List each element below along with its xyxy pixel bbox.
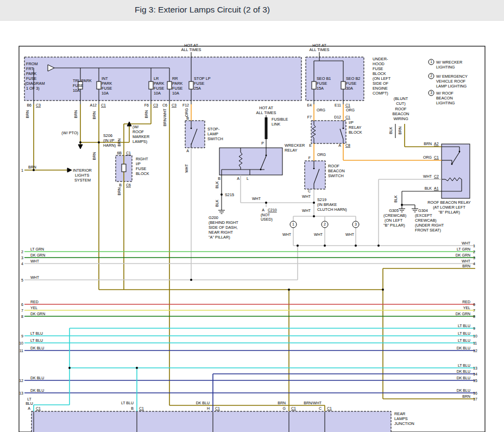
diagram-label: FUSE [172,86,183,91]
underhood-fuse-block-label: UNDER- [373,57,388,61]
diagram-label: SWITCH [328,173,344,178]
diagram-label: 4 [473,262,475,266]
junction-dot [382,289,384,291]
diagram-label: BLK [215,181,219,189]
stop-lamp-switch-label: STOP- [207,127,220,132]
diagram-label: C1 [139,406,144,410]
diagram-label: MARKER [133,134,149,139]
contact-dot [343,128,344,129]
junction-dot [297,245,299,247]
diagram-label: BRN [26,110,29,118]
diagram-label: 30A [346,86,353,91]
diagram-label: C1 [327,406,332,410]
fuse-symbol [167,82,172,89]
diagram-label: ORG [317,108,325,112]
rear-lamps-junction-box [32,411,391,432]
diagram-label: I/P [136,161,141,166]
diagram-label: DK BLU [457,346,470,350]
diagram-label: LINK [272,122,280,127]
w-pto-label: (W/ PTO) [61,130,78,135]
diagram-label: FRONT SEAT) [415,228,441,233]
roof-beacon-relay-label: ROOF BEACON RELAY [427,200,470,205]
diagram-label: CUT) [396,101,405,106]
diagram-label: PARK [26,71,36,76]
diagram-label: FUSE [26,76,37,81]
roof-beacon-wiring-label: ROOF [395,107,407,111]
diagram-label: NEAR RIGHT [209,230,234,235]
diagram-label: 12 [473,349,477,353]
diagram-label: BRN [462,395,470,398]
diagram-label: (IN BRAKE [317,202,337,207]
diagram-label: 15A [317,86,324,91]
diagram-label: B [186,116,189,120]
diagram-label: FUSE [373,66,383,71]
junction-dot [313,202,315,204]
diagram-label: A [262,208,264,212]
diagram-label: ORG [423,155,432,159]
junction-dot [355,245,357,247]
diagram-label: LT BLU [30,339,43,342]
junction-dot [33,169,35,171]
diagram-label: BLOCK [349,130,362,135]
diagram-label: 17 [473,397,477,401]
diagram-label: WHT [30,276,40,279]
fusible-link-label: FUSIBLE [272,117,288,122]
diagram-label: 25A [194,86,201,91]
diagram-label: ALL TIMES [310,47,330,52]
diagram-label: A [338,143,341,147]
diagram-label: "B" PILLAR) [383,223,405,228]
diagram-label: WHT [423,174,432,178]
roof-beacon-relay-box [442,144,470,198]
diagram-label: 11 [473,341,477,345]
g200-label: G200 [209,215,218,220]
diagram-label: BRN [144,110,148,118]
diagram-label: FUSE [136,166,147,171]
junction-dot [288,289,290,291]
circled-number-text: 3 [355,222,357,226]
diagram-label: RELAY [349,125,362,130]
diagram-label: COMPT) [373,91,388,96]
diagram-label: 13 [19,391,23,395]
contact-dot [313,168,315,170]
diagram-label: LT GRN [30,247,44,251]
from-frt-park-fuse: FROM [26,61,37,66]
diagram-label: LAMP [207,132,218,136]
diagram-label: BRN [117,139,121,147]
diagram-label: A1 [434,186,439,190]
diagram-label: WHT [252,197,261,201]
diagram-label: DK BLU [30,346,44,350]
diagram-label: WHT [462,241,471,245]
legend-3: W/ ROOF [436,91,454,96]
fuse-symbol [189,82,193,89]
diagram-label: DK BLU [30,389,44,392]
diagram-label: FRT [26,66,34,71]
diagram-label: BRN [92,111,96,120]
diagram-label: A [186,149,189,153]
ground-symbol [218,210,225,214]
diagram-label: "B" PILLAR) [438,210,460,215]
diagram-label: BLK [394,195,398,203]
diagram-label: (EXCEPT [415,213,432,218]
diagram-label: BRN [117,187,121,196]
interior-lights-arrow [67,168,72,172]
diagram-label: F12 [182,103,189,107]
diagram-label: BRN/WHT [163,108,167,126]
contact-dot [459,151,461,153]
diagram-label: (DIAGRAM [25,81,45,86]
diagram-label: WHT [302,195,311,198]
blunt-cut-label: (BLUNT [394,96,408,101]
diagram-label: D12 [334,115,341,119]
diagram-label: LT GRN [457,247,470,251]
diagram-label: ENGINE [373,86,388,91]
diagram-label: 8 [473,315,475,318]
diagram-label: LT [27,397,32,401]
diagram-label: 1 [473,244,475,248]
diagram-label: BEACON [328,168,345,173]
diagram-label: E4 [307,103,312,107]
diagram-label: BRN [28,165,36,169]
legend-2: W/ EMERGENCY [436,74,468,79]
diagram-label: C1 [434,155,439,159]
diagram-label: PARK [102,81,112,86]
diagram-label: 9 [21,334,23,338]
diagram-label: L [247,177,249,180]
